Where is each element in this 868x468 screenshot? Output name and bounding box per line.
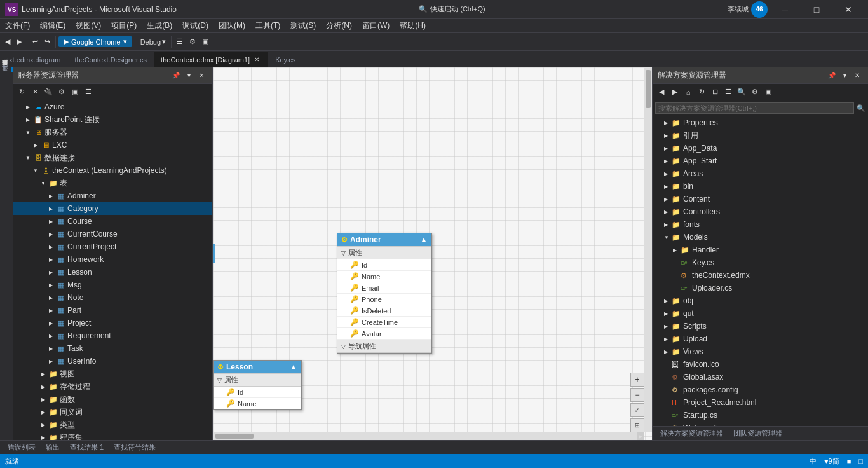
server-tree-item-19[interactable]: ▶▦Task <box>13 342 212 355</box>
sol-tree-item-19[interactable]: 🖼favicon.ico <box>653 358 868 371</box>
menu-item-m[interactable]: 团队(M) <box>214 19 250 33</box>
server-tree-item-26[interactable]: ▶📁程序集 <box>13 431 212 440</box>
server-tree-item-6[interactable]: ▼📁表 <box>13 177 212 189</box>
run-button[interactable]: ▶ Google Chrome ▾ <box>58 36 132 47</box>
sol-close-button[interactable]: ✕ <box>851 70 863 81</box>
entity-lesson-header[interactable]: ⚙ Lesson ▲ <box>214 361 301 373</box>
server-tree-item-12[interactable]: ▶▦Homework <box>13 253 212 266</box>
server-tree-item-0[interactable]: ▶☁Azure <box>13 100 212 113</box>
server-tree-item-13[interactable]: ▶▦Lesson <box>13 266 212 279</box>
toolbar-extra-1[interactable]: ☰ <box>174 35 186 49</box>
maximize-button[interactable]: □ <box>802 0 831 19</box>
server-tree-item-3[interactable]: ▶🖥LXC <box>13 139 212 151</box>
tab-3[interactable]: Key.cs <box>268 52 302 67</box>
sol-tree-item-23[interactable]: C#Startup.cs <box>653 409 868 422</box>
server-tree-item-2[interactable]: ▼🖥服务器 <box>13 126 212 139</box>
tab-0[interactable]: txt.edmx.diagram <box>0 52 67 67</box>
toolbar-extra-2[interactable]: ⚙ <box>187 35 198 49</box>
entity-adminer-section-properties[interactable]: ▽ 属性 <box>337 246 431 259</box>
sol-home-button[interactable]: ⌂ <box>682 86 695 99</box>
entity-lesson[interactable]: ⚙ Lesson ▲ ▽ 属性 🔑 Id 🔑 Name <box>213 360 302 410</box>
server-tree-item-8[interactable]: ▶▦Category <box>13 202 212 215</box>
sol-tree-item-9[interactable]: ▼📁Models <box>653 231 868 244</box>
bottom-tab-3[interactable]: 查找符号结果 <box>109 441 161 453</box>
sol-collapse-button[interactable]: ⊟ <box>709 86 721 99</box>
run-dropdown-arrow[interactable]: ▾ <box>123 38 127 46</box>
sol-pin-button[interactable]: 📌 <box>826 70 837 81</box>
menu-item-h[interactable]: 帮助(H) <box>395 19 431 33</box>
menu-item-e[interactable]: 编辑(E) <box>35 19 71 33</box>
server-tree-item-23[interactable]: ▶📁函数 <box>13 393 212 406</box>
server-tree-item-21[interactable]: ▶📁视图 <box>13 368 212 380</box>
entity-lesson-section-properties[interactable]: ▽ 属性 <box>214 373 301 387</box>
bottom-tab-0[interactable]: 错误列表 <box>3 441 41 453</box>
debug-label[interactable]: Debug ▾ <box>138 35 168 49</box>
entity-adminer[interactable]: ⚙ Adminer ▲ ▽ 属性 🔑 Id 🔑 Name <box>337 233 432 354</box>
entity-lesson-expand-icon[interactable]: ▲ <box>290 362 297 371</box>
fit-button[interactable]: ⤢ <box>630 403 644 417</box>
sol-tree-item-10[interactable]: ▶📁Handler <box>653 244 868 256</box>
sol-tree-item-12[interactable]: ⚙theContext.edmx <box>653 269 868 282</box>
server-tree-item-20[interactable]: ▶▦UserInfo <box>13 355 212 368</box>
sidebar-close-button[interactable]: ✕ <box>196 70 207 81</box>
sol-settings-button[interactable]: ⚙ <box>749 86 761 99</box>
quick-search-label[interactable]: 快速启动 (Ctrl+Q) <box>430 4 485 14</box>
diagram-scrollbar-h[interactable]: ▶ <box>213 432 644 440</box>
menu-item-w[interactable]: 窗口(W) <box>357 19 395 33</box>
sol-tree-item-22[interactable]: HProject_Readme.html <box>653 396 868 409</box>
menu-item-n[interactable]: 分析(N) <box>321 19 357 33</box>
sol-filter-button[interactable]: 🔍 <box>735 86 748 99</box>
sol-refresh-button[interactable]: ↻ <box>695 86 708 99</box>
menu-item-s[interactable]: 测试(S) <box>285 19 321 33</box>
right-bottom-tab-1[interactable]: 团队资源管理器 <box>728 427 787 439</box>
sol-content[interactable]: ▶📁Properties▶📁引用▶📁App_Data▶📁App_Start▶📁A… <box>653 116 868 426</box>
sol-tree-item-5[interactable]: ▶📁bin <box>653 180 868 193</box>
sidebar-add-button[interactable]: ✕ <box>29 86 41 99</box>
sol-tree-item-13[interactable]: C#Uploader.cs <box>653 282 868 294</box>
menu-item-t[interactable]: 工具(T) <box>250 19 285 33</box>
server-tree-item-25[interactable]: ▶📁类型 <box>13 418 212 431</box>
server-tree-item-24[interactable]: ▶📁同义词 <box>13 406 212 418</box>
sol-tree-item-7[interactable]: ▶📁Controllers <box>653 205 868 218</box>
toolbar-extra-3[interactable]: ▣ <box>200 35 211 49</box>
forward-button[interactable]: ▶ <box>14 35 24 49</box>
zoom-in-button[interactable]: + <box>630 373 644 387</box>
server-tree-item-1[interactable]: ▶📋SharePoint 连接 <box>13 113 212 126</box>
sol-tree-item-1[interactable]: ▶📁引用 <box>653 129 868 142</box>
minimize-button[interactable]: ─ <box>770 0 799 19</box>
server-tree-item-10[interactable]: ▶▦CurrentCourse <box>13 228 212 240</box>
sol-tree-item-18[interactable]: ▶📁Views <box>653 345 868 358</box>
left-vert-tab-server[interactable]: 服务器资源管理器 <box>0 67 13 72</box>
bottom-tab-1[interactable]: 输出 <box>41 441 65 453</box>
sol-tree-item-4[interactable]: ▶📁Areas <box>653 167 868 180</box>
sol-tree-item-24[interactable]: ⚙Web.config <box>653 422 868 426</box>
tab-1[interactable]: theContext.Designer.cs <box>67 52 154 67</box>
server-tree-item-5[interactable]: ▼🗄theContext (LearningAndProjects) <box>13 164 212 177</box>
entity-adminer-header[interactable]: ⚙ Adminer ▲ <box>337 233 431 246</box>
sol-tree-item-16[interactable]: ▶📁Scripts <box>653 320 868 333</box>
menu-item-d[interactable]: 调试(D) <box>177 19 214 33</box>
close-button[interactable]: ✕ <box>834 0 863 19</box>
back-button[interactable]: ◀ <box>3 35 13 49</box>
left-vert-tab-toolbox[interactable]: 工具箱 <box>0 72 13 78</box>
menu-item-b[interactable]: 生成(B) <box>142 19 177 33</box>
sidebar-filter-button[interactable]: ▣ <box>69 86 81 99</box>
entity-adminer-section-nav[interactable]: ▽ 导航属性 <box>337 340 431 353</box>
sidebar-connect-button[interactable]: 🔌 <box>42 86 55 99</box>
sol-tree-item-14[interactable]: ▶📁obj <box>653 294 868 307</box>
grid-button[interactable]: ⊞ <box>630 418 644 432</box>
redo-button[interactable]: ↪ <box>42 35 53 49</box>
bottom-tab-2[interactable]: 查找结果 1 <box>65 441 109 453</box>
menu-item-v[interactable]: 视图(V) <box>71 19 106 33</box>
menu-item-p[interactable]: 项目(P) <box>106 19 142 33</box>
tab-2[interactable]: theContext.edmx [Diagram1]✕ <box>154 52 268 67</box>
sidebar-content[interactable]: ▶☁Azure▶📋SharePoint 连接▼🖥服务器▶🖥LXC▼🗄数据连接▼🗄… <box>13 100 212 440</box>
sidebar-props-button[interactable]: ⚙ <box>55 86 68 99</box>
server-tree-item-7[interactable]: ▶▦Adminer <box>13 189 212 202</box>
sol-tree-item-2[interactable]: ▶📁App_Data <box>653 142 868 155</box>
server-tree-item-14[interactable]: ▶▦Msg <box>13 279 212 291</box>
entity-adminer-expand-icon[interactable]: ▲ <box>420 235 428 244</box>
sol-tree-item-8[interactable]: ▶📁fonts <box>653 218 868 231</box>
tab-close-2[interactable]: ✕ <box>252 55 261 64</box>
menu-item-f[interactable]: 文件(F) <box>0 19 35 33</box>
